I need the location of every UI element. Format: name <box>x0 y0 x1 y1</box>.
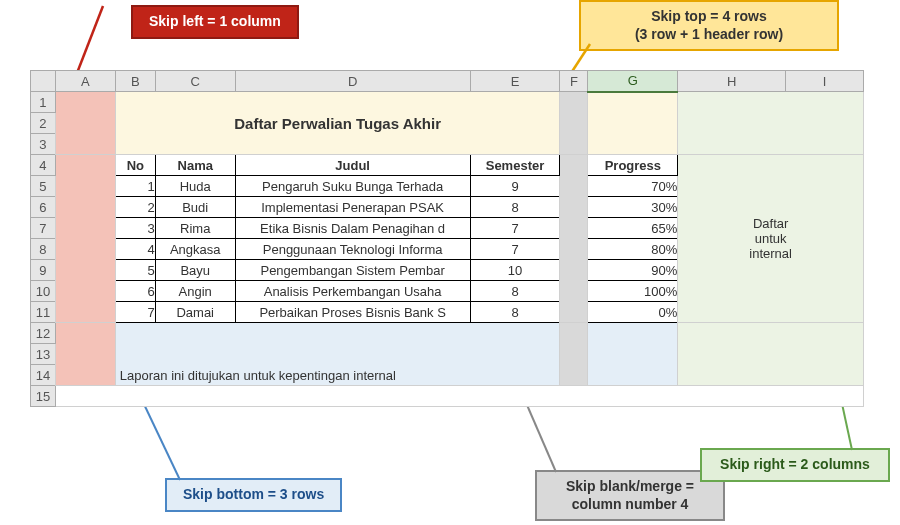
rowhdr-10[interactable]: 10 <box>31 281 56 302</box>
cell-prog-5[interactable]: 100% <box>588 281 678 302</box>
footer-text: Laporan ini ditujukan untuk kepentingan … <box>116 366 560 385</box>
rowhdr-8[interactable]: 8 <box>31 239 56 260</box>
region-skip-top-g[interactable] <box>588 92 678 155</box>
cell-judul-1[interactable]: Implementasi Penerapan PSAK <box>235 197 470 218</box>
row-12: 12 Laporan ini ditujukan untuk kepenting… <box>31 323 864 344</box>
region-merge-bottom[interactable] <box>560 323 588 386</box>
spreadsheet[interactable]: A B C D E F G H I 1 Daftar Perwalian Tug… <box>30 70 864 407</box>
region-merge-body[interactable] <box>560 155 588 323</box>
cell-judul-6[interactable]: Perbaikan Proses Bisnis Bank S <box>235 302 470 323</box>
colhdr-I[interactable]: I <box>786 71 864 92</box>
colhdr-D[interactable]: D <box>235 71 470 92</box>
th-no[interactable]: No <box>115 155 155 176</box>
cell-sem-6[interactable]: 8 <box>470 302 560 323</box>
cell-nama-5[interactable]: Angin <box>155 281 235 302</box>
region-skip-left-top[interactable] <box>55 92 115 155</box>
colhdr-B[interactable]: B <box>115 71 155 92</box>
cell-nama-4[interactable]: Bayu <box>155 260 235 281</box>
colhdr-A[interactable]: A <box>55 71 115 92</box>
th-semester[interactable]: Semester <box>470 155 560 176</box>
callout-skip-top-label-2: (3 row + 1 header row) <box>635 26 783 42</box>
cell-no-4[interactable]: 5 <box>115 260 155 281</box>
cell-no-0[interactable]: 1 <box>115 176 155 197</box>
cell-prog-1[interactable]: 30% <box>588 197 678 218</box>
rowhdr-11[interactable]: 11 <box>31 302 56 323</box>
cell-no-6[interactable]: 7 <box>115 302 155 323</box>
cell-sem-3[interactable]: 7 <box>470 239 560 260</box>
callout-skip-left-label: Skip left = 1 column <box>149 13 281 29</box>
stage: Skip left = 1 column Skip top = 4 rows (… <box>0 0 900 525</box>
region-skip-bottom-g[interactable] <box>588 323 678 386</box>
svg-line-2 <box>142 400 180 480</box>
cell-prog-4[interactable]: 90% <box>588 260 678 281</box>
callout-skip-right-label: Skip right = 2 columns <box>720 456 870 472</box>
region-skip-right-top[interactable] <box>678 92 864 155</box>
side-label: Daftar untuk internal <box>678 214 863 263</box>
title-block[interactable]: Daftar Perwalian Tugas Akhir <box>115 92 560 155</box>
rowhdr-14[interactable]: 14 <box>31 365 56 386</box>
region-merge-top[interactable] <box>560 92 588 155</box>
cell-nama-1[interactable]: Budi <box>155 197 235 218</box>
cell-prog-6[interactable]: 0% <box>588 302 678 323</box>
cell-no-2[interactable]: 3 <box>115 218 155 239</box>
rowhdr-3[interactable]: 3 <box>31 134 56 155</box>
colhdr-C[interactable]: C <box>155 71 235 92</box>
cell-sem-4[interactable]: 10 <box>470 260 560 281</box>
cell-judul-5[interactable]: Analisis Perkembangan Usaha <box>235 281 470 302</box>
region-skip-right-body[interactable]: Daftar untuk internal <box>678 155 864 323</box>
rowhdr-1[interactable]: 1 <box>31 92 56 113</box>
cell-judul-2[interactable]: Etika Bisnis Dalam Penagihan d <box>235 218 470 239</box>
colhdr-H[interactable]: H <box>678 71 786 92</box>
callout-skip-left: Skip left = 1 column <box>131 5 299 39</box>
region-skip-bottom[interactable]: Laporan ini ditujukan untuk kepentingan … <box>115 323 560 386</box>
cell-sem-5[interactable]: 8 <box>470 281 560 302</box>
svg-line-3 <box>527 405 556 472</box>
select-all-corner[interactable] <box>31 71 56 92</box>
rowhdr-12[interactable]: 12 <box>31 323 56 344</box>
th-judul[interactable]: Judul <box>235 155 470 176</box>
row-1: 1 Daftar Perwalian Tugas Akhir <box>31 92 864 113</box>
callout-skip-merge: Skip blank/merge = column number 4 <box>535 470 725 521</box>
cell-judul-0[interactable]: Pengaruh Suku Bunga Terhada <box>235 176 470 197</box>
th-nama[interactable]: Nama <box>155 155 235 176</box>
cell-nama-0[interactable]: Huda <box>155 176 235 197</box>
row-15-cells[interactable] <box>55 386 863 407</box>
cell-nama-6[interactable]: Damai <box>155 302 235 323</box>
cell-judul-4[interactable]: Pengembangan Sistem Pembar <box>235 260 470 281</box>
cell-sem-1[interactable]: 8 <box>470 197 560 218</box>
cell-sem-2[interactable]: 7 <box>470 218 560 239</box>
rowhdr-5[interactable]: 5 <box>31 176 56 197</box>
callout-skip-top-label-1: Skip top = 4 rows <box>651 8 767 24</box>
callout-skip-merge-label-2: column number 4 <box>572 496 689 512</box>
rowhdr-6[interactable]: 6 <box>31 197 56 218</box>
cell-no-5[interactable]: 6 <box>115 281 155 302</box>
cell-sem-0[interactable]: 9 <box>470 176 560 197</box>
region-skip-left-body[interactable] <box>55 155 115 323</box>
cell-nama-3[interactable]: Angkasa <box>155 239 235 260</box>
cell-prog-2[interactable]: 65% <box>588 218 678 239</box>
column-header-row: A B C D E F G H I <box>31 71 864 92</box>
cell-judul-3[interactable]: Penggunaan Teknologi Informa <box>235 239 470 260</box>
rowhdr-13[interactable]: 13 <box>31 344 56 365</box>
colhdr-G[interactable]: G <box>588 71 678 92</box>
side-label-2: untuk <box>755 231 787 246</box>
rowhdr-9[interactable]: 9 <box>31 260 56 281</box>
side-label-3: internal <box>749 246 792 261</box>
region-skip-right-bottom[interactable] <box>678 323 864 386</box>
cell-nama-2[interactable]: Rima <box>155 218 235 239</box>
cell-prog-3[interactable]: 80% <box>588 239 678 260</box>
rowhdr-4[interactable]: 4 <box>31 155 56 176</box>
callout-skip-right: Skip right = 2 columns <box>700 448 890 482</box>
colhdr-F[interactable]: F <box>560 71 588 92</box>
colhdr-E[interactable]: E <box>470 71 560 92</box>
rowhdr-2[interactable]: 2 <box>31 113 56 134</box>
rowhdr-15[interactable]: 15 <box>31 386 56 407</box>
cell-no-3[interactable]: 4 <box>115 239 155 260</box>
cell-no-1[interactable]: 2 <box>115 197 155 218</box>
side-label-1: Daftar <box>753 216 788 231</box>
cell-prog-0[interactable]: 70% <box>588 176 678 197</box>
th-progress[interactable]: Progress <box>588 155 678 176</box>
rowhdr-7[interactable]: 7 <box>31 218 56 239</box>
region-skip-left-bottom[interactable] <box>55 323 115 386</box>
sheet-title: Daftar Perwalian Tugas Akhir <box>116 113 560 134</box>
